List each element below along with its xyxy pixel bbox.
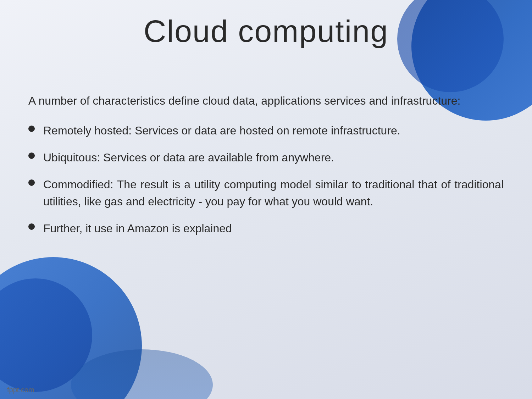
bullet-text: Further, it use in Amazon is explained: [43, 220, 504, 237]
bullet-text: Commodified: The result is a utility com…: [43, 176, 504, 210]
list-item: Commodified: The result is a utility com…: [28, 176, 504, 210]
list-item: Ubiquitous: Services or data are availab…: [28, 149, 504, 166]
bullet-dot: [28, 153, 35, 159]
content-area: A number of characteristics define cloud…: [28, 92, 504, 364]
bullet-list: Remotely hosted: Services or data are ho…: [28, 122, 504, 237]
bullet-dot: [28, 223, 35, 230]
bullet-text: Ubiquitous: Services or data are availab…: [43, 149, 504, 166]
watermark: fppt.com: [7, 386, 34, 394]
intro-text: A number of characteristics define cloud…: [28, 92, 504, 109]
bullet-text: Remotely hosted: Services or data are ho…: [43, 122, 504, 139]
bullet-dot: [28, 126, 35, 132]
list-item: Remotely hosted: Services or data are ho…: [28, 122, 504, 139]
slide-title: Cloud computing: [28, 14, 504, 49]
title-area: Cloud computing: [0, 0, 532, 56]
bullet-dot: [28, 179, 35, 186]
list-item: Further, it use in Amazon is explained: [28, 220, 504, 237]
slide: Cloud computing A number of characterist…: [0, 0, 532, 399]
